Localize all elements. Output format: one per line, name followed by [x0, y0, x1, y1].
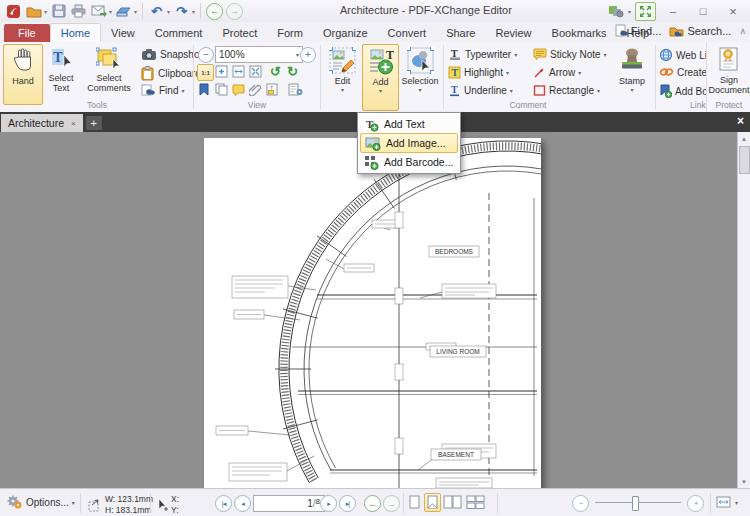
document-tab-architecture[interactable]: Architecture ×: [1, 114, 83, 132]
search-button[interactable]: Search...: [669, 25, 731, 37]
tab-organize[interactable]: Organize: [313, 24, 378, 42]
ui-options-dropdown[interactable]: ▾: [628, 8, 631, 15]
find-tool-button[interactable]: Find▾: [141, 84, 184, 97]
tab-protect[interactable]: Protect: [212, 24, 267, 42]
minimize-button[interactable]: –: [660, 2, 686, 20]
zoom-level-combo[interactable]: 100%▾: [215, 46, 303, 63]
last-page-button[interactable]: ▸|: [339, 495, 356, 512]
typewriter-button[interactable]: T Typewriter▾: [448, 48, 517, 61]
print-button[interactable]: [70, 3, 87, 19]
save-button[interactable]: [50, 3, 67, 19]
previous-view-button[interactable]: ←: [364, 495, 381, 512]
selection-button[interactable]: Selection ▾: [399, 44, 441, 109]
svg-text:T: T: [452, 67, 459, 78]
arrow-button[interactable]: Arrow▾: [533, 66, 581, 79]
tab-share[interactable]: Share: [436, 24, 485, 42]
actual-size-button[interactable]: 1:1: [197, 64, 214, 81]
scroll-down-arrow[interactable]: ▼: [738, 475, 750, 488]
qat-separator: [142, 3, 143, 19]
email-button[interactable]: [90, 3, 107, 19]
view-group-label: View: [196, 100, 318, 110]
arrow-icon: [533, 66, 546, 79]
zoom-slider-handle[interactable]: [632, 496, 639, 511]
vertical-scrollbar[interactable]: ▲ ▼: [737, 132, 750, 488]
two-pages-layout-button[interactable]: [443, 495, 463, 510]
menu-item-add-barcode[interactable]: Add Barcode...: [360, 153, 458, 171]
fit-page-button[interactable]: [214, 64, 229, 79]
back-button[interactable]: ←: [206, 3, 223, 20]
tab-bookmarks[interactable]: Bookmarks: [542, 24, 617, 42]
highlight-button[interactable]: T Highlight▾: [448, 66, 509, 79]
collapse-ribbon-button[interactable]: ∧: [739, 26, 746, 36]
document-canvas[interactable]: BEDROOMS LIVING ROOM BASEMENT ▲ ▼: [0, 132, 750, 488]
bookmarks-pane-button[interactable]: [197, 82, 212, 97]
new-tab-button[interactable]: +: [86, 116, 102, 130]
zoom-in-button[interactable]: +: [300, 47, 316, 63]
zoom-in-slider-button[interactable]: +: [687, 495, 704, 512]
fullscreen-button[interactable]: [635, 2, 656, 21]
rectangle-button[interactable]: Rectangle▾: [533, 84, 600, 97]
sticky-note-button[interactable]: Sticky Note▾: [533, 48, 607, 60]
comments-pane-button[interactable]: [231, 82, 246, 97]
document-page[interactable]: BEDROOMS LIVING ROOM BASEMENT: [204, 138, 541, 488]
floor-plan-drawing: BEDROOMS LIVING ROOM BASEMENT: [204, 138, 541, 488]
page-number-field[interactable]: 1/8: [253, 495, 325, 512]
tab-close-icon[interactable]: ×: [71, 119, 76, 128]
add-content-button[interactable]: T Add ▾: [362, 44, 399, 111]
scroll-up-arrow[interactable]: ▲: [738, 132, 750, 145]
fit-visible-button[interactable]: [248, 64, 263, 79]
ui-options-icon[interactable]: [608, 3, 625, 19]
tab-view[interactable]: View: [101, 24, 145, 42]
close-document-button[interactable]: ×: [737, 114, 744, 128]
select-text-button[interactable]: T Select Text: [43, 44, 79, 103]
fit-mode-dropdown[interactable]: ▾: [735, 499, 738, 506]
open-dropdown[interactable]: ▾: [44, 8, 47, 15]
menu-item-add-text[interactable]: T Add Text: [360, 115, 458, 133]
next-page-button[interactable]: ▸: [320, 495, 337, 512]
scan-button[interactable]: [115, 3, 132, 19]
tab-review[interactable]: Review: [485, 24, 541, 42]
tab-form[interactable]: Form: [267, 24, 313, 42]
menu-item-add-image[interactable]: Add Image...: [360, 133, 458, 153]
hand-tool-button[interactable]: Hand: [3, 44, 43, 105]
pane-options-button[interactable]: [288, 82, 303, 97]
rotate-ccw-button[interactable]: ↺: [268, 64, 283, 79]
scrollbar-thumb[interactable]: [739, 146, 750, 174]
binoculars-icon: [141, 84, 156, 97]
fit-width-button[interactable]: [231, 64, 246, 79]
thumbnails-pane-button[interactable]: [214, 82, 229, 97]
add-barcode-icon: [364, 155, 379, 170]
maximize-button[interactable]: □: [690, 2, 716, 20]
zoom-out-slider-button[interactable]: −: [572, 495, 589, 512]
tab-file[interactable]: File: [4, 24, 50, 42]
select-comments-button[interactable]: Select Comments: [81, 44, 137, 103]
options-button[interactable]: Options...▾: [6, 495, 75, 510]
redo-button[interactable]: ↷: [173, 3, 190, 19]
underline-button[interactable]: T Underline▾: [448, 84, 513, 97]
find-button[interactable]: Find...: [615, 24, 662, 37]
single-page-layout-button[interactable]: [408, 495, 421, 510]
first-page-button[interactable]: |◂: [215, 495, 232, 512]
close-button[interactable]: ×: [720, 2, 746, 20]
forward-button[interactable]: →: [226, 3, 243, 20]
fields-pane-button[interactable]: T: [265, 82, 280, 97]
next-view-button[interactable]: →: [383, 495, 400, 512]
scan-dropdown[interactable]: ▾: [134, 8, 137, 15]
tab-comment[interactable]: Comment: [145, 24, 213, 42]
email-dropdown[interactable]: ▾: [109, 8, 112, 15]
tab-convert[interactable]: Convert: [378, 24, 437, 42]
open-button[interactable]: [25, 3, 42, 19]
two-pages-continuous-layout-button[interactable]: [466, 495, 486, 510]
undo-button[interactable]: ↶: [148, 3, 165, 19]
undo-dropdown[interactable]: ▾: [167, 8, 170, 15]
previous-page-button[interactable]: ◂: [234, 495, 251, 512]
edit-content-button[interactable]: Edit ▾: [325, 44, 360, 109]
zoom-out-button[interactable]: −: [198, 47, 214, 63]
stamp-button[interactable]: Stamp ▾: [612, 44, 652, 109]
fit-mode-button[interactable]: ▾: [716, 496, 738, 509]
attachments-pane-button[interactable]: [248, 82, 263, 97]
rotate-cw-button[interactable]: ↻: [285, 64, 300, 79]
tab-home[interactable]: Home: [50, 23, 101, 42]
redo-dropdown[interactable]: ▾: [192, 8, 195, 15]
continuous-layout-button[interactable]: [424, 493, 441, 512]
